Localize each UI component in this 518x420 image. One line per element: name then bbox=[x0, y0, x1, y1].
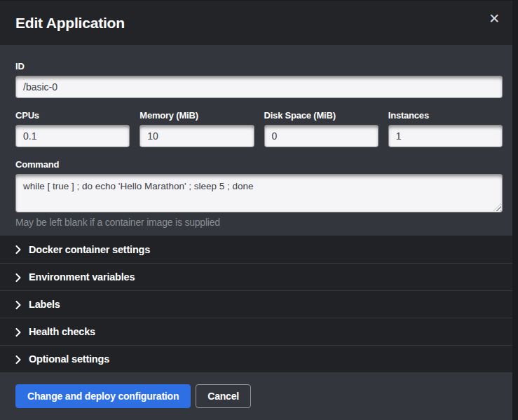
section-label: Docker container settings bbox=[29, 244, 150, 255]
close-icon[interactable]: ✕ bbox=[486, 11, 503, 27]
instances-label: Instances bbox=[388, 110, 503, 121]
section-health-checks[interactable]: Health checks bbox=[0, 318, 518, 345]
memory-label: Memory (MiB) bbox=[139, 110, 254, 121]
section-optional-settings[interactable]: Optional settings bbox=[0, 345, 518, 372]
modal-footer: Change and deploy configuration Cancel bbox=[0, 372, 518, 420]
disk-space-field: Disk Space (MiB) bbox=[264, 110, 379, 147]
command-field-group: Command while [ true ] ; do echo 'Hello … bbox=[15, 159, 503, 228]
resources-row: CPUs Memory (MiB) Disk Space (MiB) Insta… bbox=[15, 110, 503, 147]
section-docker-container-settings[interactable]: Docker container settings bbox=[0, 236, 518, 263]
id-label: ID bbox=[15, 61, 503, 72]
page-edge-strip bbox=[512, 1, 518, 420]
page-title: Edit Application bbox=[15, 15, 125, 32]
section-label: Labels bbox=[29, 299, 60, 310]
cpus-field: CPUs bbox=[15, 110, 130, 147]
cancel-button[interactable]: Cancel bbox=[196, 384, 251, 408]
modal-header: Edit Application ✕ bbox=[0, 1, 518, 45]
edit-application-modal: Edit Application ✕ ID CPUs Memory (MiB) … bbox=[0, 0, 518, 420]
command-label: Command bbox=[15, 159, 503, 170]
disk-space-label: Disk Space (MiB) bbox=[264, 110, 379, 121]
instances-input[interactable] bbox=[388, 125, 503, 147]
cpus-input[interactable] bbox=[15, 125, 130, 147]
instances-field: Instances bbox=[388, 110, 503, 147]
chevron-right-icon bbox=[15, 245, 21, 254]
chevron-right-icon bbox=[15, 328, 21, 337]
chevron-right-icon bbox=[15, 301, 21, 309]
section-label: Environment variables bbox=[29, 271, 135, 283]
memory-input[interactable] bbox=[139, 125, 254, 147]
id-field-group: ID bbox=[15, 61, 503, 98]
cpus-label: CPUs bbox=[15, 110, 130, 121]
chevron-right-icon bbox=[15, 273, 21, 282]
section-labels[interactable]: Labels bbox=[0, 290, 518, 318]
section-label: Health checks bbox=[29, 326, 95, 337]
command-textarea[interactable]: while [ true ] ; do echo 'Hello Marathon… bbox=[15, 174, 503, 212]
memory-field: Memory (MiB) bbox=[139, 110, 254, 147]
change-and-deploy-button[interactable]: Change and deploy configuration bbox=[15, 384, 191, 408]
edit-application-form: ID CPUs Memory (MiB) Disk Space (MiB) In… bbox=[0, 45, 518, 236]
collapsible-sections: Docker container settings Environment va… bbox=[0, 236, 518, 372]
id-input[interactable] bbox=[15, 76, 503, 98]
disk-space-input[interactable] bbox=[264, 125, 379, 147]
command-helper-text: May be left blank if a container image i… bbox=[15, 217, 503, 228]
section-label: Optional settings bbox=[29, 353, 109, 365]
section-environment-variables[interactable]: Environment variables bbox=[0, 263, 518, 290]
chevron-right-icon bbox=[15, 355, 21, 364]
